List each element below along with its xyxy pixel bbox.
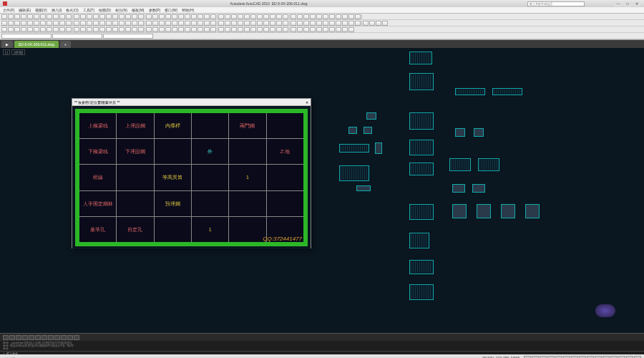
- toolbar-button[interactable]: [283, 27, 288, 32]
- menu-view[interactable]: 视图(V): [35, 8, 47, 12]
- toolbar-button[interactable]: [197, 21, 203, 26]
- toolbar-button[interactable]: [316, 21, 322, 26]
- toolbar-button[interactable]: [1, 14, 7, 19]
- toolbar-button[interactable]: [329, 27, 335, 32]
- cell[interactable]: Z:地: [267, 139, 303, 164]
- maximize-button[interactable]: □: [623, 1, 632, 6]
- toolbar-button[interactable]: [348, 21, 354, 26]
- toolbar-button[interactable]: [376, 21, 381, 26]
- toolbar-button[interactable]: [238, 14, 243, 19]
- toolbar-button[interactable]: [225, 21, 230, 26]
- toolbar-button[interactable]: [66, 27, 72, 32]
- toolbar-button[interactable]: [40, 14, 46, 19]
- toolbar-button[interactable]: [172, 21, 177, 26]
- toolbar-button[interactable]: [119, 21, 125, 26]
- drawing-thumb[interactable]: [449, 158, 471, 171]
- toolbar-button[interactable]: [204, 27, 210, 32]
- toolbar-button[interactable]: [165, 14, 171, 19]
- toolbar-button[interactable]: [34, 14, 39, 19]
- drawing-thumb[interactable]: [452, 184, 465, 193]
- layer-btn[interactable]: [9, 335, 15, 340]
- toolbar-button[interactable]: [138, 14, 144, 19]
- toolbar-button[interactable]: [66, 14, 72, 19]
- drawing-thumb[interactable]: [455, 128, 465, 137]
- toolbar-button[interactable]: [8, 21, 14, 26]
- toolbar-button[interactable]: [159, 14, 165, 19]
- cell[interactable]: [192, 165, 228, 190]
- cell[interactable]: [192, 191, 228, 216]
- layer-btn[interactable]: [67, 335, 73, 340]
- toolbar-button[interactable]: [297, 21, 303, 26]
- toolbar-button[interactable]: [217, 14, 218, 19]
- drawing-thumb[interactable]: [455, 88, 485, 95]
- close-button[interactable]: ✕: [633, 1, 641, 6]
- tab-new[interactable]: +: [60, 41, 71, 48]
- cell[interactable]: [267, 191, 303, 216]
- toolbar-button[interactable]: [59, 14, 65, 19]
- cell[interactable]: [155, 217, 191, 242]
- toolbar-button[interactable]: [276, 14, 282, 19]
- drawing-thumb[interactable]: [375, 142, 382, 154]
- toolbar-button[interactable]: [21, 21, 26, 26]
- toolbar-button[interactable]: [40, 21, 46, 26]
- cell[interactable]: 1: [229, 165, 265, 190]
- toolbar-button[interactable]: [59, 27, 65, 32]
- help-search-input[interactable]: [527, 1, 585, 6]
- layer-btn[interactable]: [54, 335, 60, 340]
- toolbar-button[interactable]: [138, 21, 144, 26]
- drawing-thumb[interactable]: [339, 144, 369, 153]
- toolbar-button[interactable]: [145, 14, 145, 19]
- toolbar-button[interactable]: [125, 14, 131, 19]
- menu-tools[interactable]: 工具(T): [83, 8, 94, 12]
- toolbar-button[interactable]: [138, 27, 144, 32]
- toolbar-button[interactable]: [289, 27, 290, 32]
- menu-modify[interactable]: 修改(M): [132, 8, 145, 12]
- menu-draw[interactable]: 绘图(D): [99, 8, 111, 12]
- toolbar-button[interactable]: [59, 21, 65, 26]
- toolbar-button[interactable]: [185, 14, 190, 19]
- toolbar-button[interactable]: [283, 21, 288, 26]
- toolbar-button[interactable]: [244, 14, 250, 19]
- drawing-thumb[interactable]: [492, 88, 522, 95]
- toolbar-button[interactable]: [270, 21, 275, 26]
- toolbar-button[interactable]: [8, 27, 14, 32]
- toolbar-button[interactable]: [34, 21, 39, 26]
- toolbar-button[interactable]: [218, 14, 224, 19]
- cell[interactable]: [229, 191, 265, 216]
- toolbar-button[interactable]: [178, 14, 184, 19]
- toolbar-button[interactable]: [329, 21, 335, 26]
- toolbar-button[interactable]: [323, 14, 328, 19]
- cell[interactable]: 內導桿: [155, 113, 191, 138]
- toolbar-button[interactable]: [119, 27, 125, 32]
- toolbar-button[interactable]: [152, 27, 158, 32]
- menu-format[interactable]: 格式(O): [66, 8, 78, 12]
- toolbar-button[interactable]: [210, 27, 216, 32]
- toolbar-button[interactable]: [53, 21, 59, 26]
- linetype-dropdown[interactable]: [52, 34, 102, 39]
- toolbar-button[interactable]: [369, 21, 375, 26]
- toolbar-button[interactable]: [53, 14, 59, 19]
- toolbar-button[interactable]: [238, 27, 243, 32]
- cell[interactable]: 框線: [79, 165, 116, 190]
- toolbar-button[interactable]: [145, 27, 145, 32]
- toolbar-button[interactable]: [159, 27, 165, 32]
- drawing-thumb[interactable]: [501, 204, 515, 218]
- toolbar-button[interactable]: [8, 14, 14, 19]
- toolbar-button[interactable]: [289, 14, 290, 19]
- layer-btn[interactable]: [16, 335, 21, 340]
- toolbar-button[interactable]: [291, 21, 296, 26]
- toolbar-button[interactable]: [310, 21, 316, 26]
- drawing-thumb[interactable]: [356, 185, 371, 191]
- toolbar-button[interactable]: [217, 21, 218, 26]
- layer-btn[interactable]: [35, 335, 41, 340]
- toolbar-button[interactable]: [297, 27, 303, 32]
- layer-btn[interactable]: [74, 335, 79, 340]
- toolbar-button[interactable]: [291, 14, 296, 19]
- toolbar-button[interactable]: [145, 21, 145, 26]
- cell[interactable]: 兩門鋼: [229, 113, 265, 138]
- layer-btn[interactable]: [42, 335, 47, 340]
- toolbar-button[interactable]: [185, 21, 190, 26]
- toolbar-button[interactable]: [125, 21, 131, 26]
- toolbar-button[interactable]: [172, 14, 177, 19]
- cell[interactable]: [155, 139, 191, 164]
